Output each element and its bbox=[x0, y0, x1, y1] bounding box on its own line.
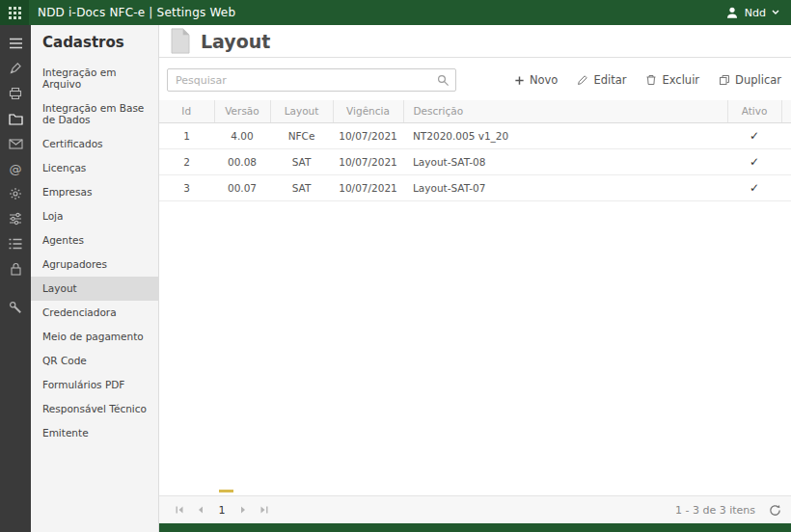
user-name: Ndd bbox=[745, 7, 766, 19]
column-header-ativo[interactable]: Ativo bbox=[727, 100, 781, 122]
wrench-icon[interactable] bbox=[0, 295, 31, 320]
column-header-versao[interactable]: Versão bbox=[214, 100, 270, 122]
grid-actions: Novo Editar Excluir Duplicar bbox=[514, 73, 781, 87]
list-icon[interactable] bbox=[0, 231, 31, 256]
cell-layout: NFCe bbox=[270, 122, 333, 148]
top-bar: NDD i-Docs NFC-e | Settings Web Ndd bbox=[0, 0, 791, 25]
at-sign-icon[interactable]: @ bbox=[0, 156, 31, 181]
duplicate-button[interactable]: Duplicar bbox=[719, 73, 781, 87]
sidebar-menu: Integração em Arquivo Integração em Base… bbox=[31, 61, 158, 445]
prev-page-button[interactable] bbox=[190, 499, 211, 520]
sidebar-title: Cadastros bbox=[31, 25, 158, 61]
sliders-icon[interactable] bbox=[0, 206, 31, 231]
sidebar-item-agrupadores[interactable]: Agrupadores bbox=[31, 253, 158, 277]
new-button[interactable]: Novo bbox=[514, 73, 558, 87]
focus-indicator bbox=[219, 490, 233, 492]
copy-icon bbox=[719, 74, 730, 86]
refresh-icon bbox=[769, 504, 781, 517]
cell-layout: SAT bbox=[270, 148, 333, 174]
edit-icon bbox=[577, 74, 588, 86]
first-page-button[interactable] bbox=[169, 499, 190, 520]
user-menu[interactable]: Ndd bbox=[725, 6, 779, 19]
toolbar: Novo Editar Excluir Duplicar bbox=[159, 58, 791, 100]
active-check-icon: ✓ bbox=[750, 129, 759, 143]
mail-icon[interactable] bbox=[0, 131, 31, 156]
pen-tool-icon[interactable] bbox=[0, 56, 31, 81]
app-window: NDD i-Docs NFC-e | Settings Web Ndd bbox=[0, 0, 791, 532]
cell-id: 1 bbox=[159, 122, 214, 148]
user-icon bbox=[725, 6, 739, 19]
table-row[interactable]: 3 00.07 SAT 10/07/2021 Layout-SAT-07 ✓ bbox=[159, 174, 791, 200]
icon-rail: @ bbox=[0, 25, 31, 532]
sidebar-item-empresas[interactable]: Empresas bbox=[31, 180, 158, 204]
column-header-id[interactable]: Id bbox=[159, 100, 214, 122]
search-box bbox=[167, 68, 456, 92]
cell-layout: SAT bbox=[270, 174, 333, 200]
layout-table: Id Versão Layout Vigência Descrição Ativ… bbox=[159, 100, 791, 201]
next-page-icon bbox=[238, 505, 248, 515]
sidebar-item-certificados[interactable]: Certificados bbox=[31, 132, 158, 156]
prev-page-icon bbox=[196, 505, 205, 515]
plus-icon bbox=[514, 75, 525, 86]
refresh-button[interactable] bbox=[769, 504, 781, 517]
apps-grid-icon bbox=[9, 7, 21, 19]
cell-vigencia: 10/07/2021 bbox=[333, 148, 403, 174]
cell-vigencia: 10/07/2021 bbox=[333, 174, 403, 200]
sidebar-item-integracao-base-dados[interactable]: Integração em Base de Dados bbox=[31, 96, 158, 132]
sidebar: Cadastros Integração em Arquivo Integraç… bbox=[31, 25, 159, 532]
apps-grid-button[interactable] bbox=[0, 0, 29, 25]
cell-versao: 4.00 bbox=[214, 122, 270, 148]
sidebar-item-meio-pagamento[interactable]: Meio de pagamento bbox=[31, 325, 158, 349]
sidebar-item-layout[interactable]: Layout bbox=[31, 277, 158, 301]
cell-descricao: Layout-SAT-08 bbox=[403, 148, 727, 174]
sidebar-item-credenciadora[interactable]: Credenciadora bbox=[31, 301, 158, 325]
table-header-row: Id Versão Layout Vigência Descrição Ativ… bbox=[159, 100, 791, 122]
gear-icon[interactable] bbox=[0, 181, 31, 206]
pagination-bar: 1 1 - 3 de 3 itens bbox=[159, 495, 791, 523]
sidebar-item-formularios-pdf[interactable]: Formulários PDF bbox=[31, 373, 158, 397]
search-input[interactable] bbox=[168, 70, 430, 92]
cell-versao: 00.07 bbox=[214, 174, 270, 200]
column-header-vigencia[interactable]: Vigência bbox=[333, 100, 403, 122]
table-row[interactable]: 2 00.08 SAT 10/07/2021 Layout-SAT-08 ✓ bbox=[159, 148, 791, 174]
folder-cadastros-icon[interactable] bbox=[0, 106, 31, 131]
trash-icon bbox=[645, 74, 657, 86]
sidebar-item-integracao-arquivo[interactable]: Integração em Arquivo bbox=[31, 61, 158, 96]
items-summary: 1 - 3 de 3 itens bbox=[675, 504, 755, 517]
page-number[interactable]: 1 bbox=[211, 504, 232, 517]
table-row[interactable]: 1 4.00 NFCe 10/07/2021 NT2020.005 v1_20 … bbox=[159, 122, 791, 148]
sidebar-item-responsavel-tecnico[interactable]: Responsável Técnico bbox=[31, 397, 158, 421]
app-title: NDD i-Docs NFC-e | Settings Web bbox=[38, 6, 235, 19]
active-check-icon: ✓ bbox=[750, 155, 759, 169]
delete-button[interactable]: Excluir bbox=[645, 73, 699, 87]
column-header-descricao[interactable]: Descrição bbox=[403, 100, 727, 122]
hamburger-menu-icon[interactable] bbox=[0, 31, 31, 56]
cell-vigencia: 10/07/2021 bbox=[333, 122, 403, 148]
chevron-down-icon bbox=[772, 10, 779, 15]
scrollbar-spacer bbox=[781, 100, 791, 122]
search-icon bbox=[437, 74, 450, 87]
sidebar-item-loja[interactable]: Loja bbox=[31, 204, 158, 228]
last-page-button[interactable] bbox=[254, 499, 275, 520]
pager-right: 1 - 3 de 3 itens bbox=[675, 504, 781, 517]
active-check-icon: ✓ bbox=[750, 181, 759, 195]
edit-button[interactable]: Editar bbox=[577, 73, 626, 87]
first-page-icon bbox=[175, 505, 184, 515]
next-page-button[interactable] bbox=[232, 499, 254, 520]
printer-icon[interactable] bbox=[0, 81, 31, 106]
last-page-icon bbox=[259, 505, 269, 515]
page-title: Layout bbox=[201, 31, 270, 52]
cell-descricao: Layout-SAT-07 bbox=[403, 174, 727, 200]
sidebar-item-agentes[interactable]: Agentes bbox=[31, 228, 158, 253]
lock-icon[interactable] bbox=[0, 256, 31, 281]
sidebar-item-qr-code[interactable]: QR Code bbox=[31, 349, 158, 373]
sidebar-item-licencas[interactable]: Licenças bbox=[31, 156, 158, 180]
column-header-layout[interactable]: Layout bbox=[270, 100, 333, 122]
page-header: Layout bbox=[159, 25, 791, 58]
cell-versao: 00.08 bbox=[214, 148, 270, 174]
sidebar-item-emitente[interactable]: Emitente bbox=[31, 421, 158, 445]
footer-strip bbox=[159, 523, 791, 532]
cell-descricao: NT2020.005 v1_20 bbox=[403, 122, 727, 148]
document-icon bbox=[169, 28, 192, 54]
cell-id: 3 bbox=[159, 174, 214, 200]
